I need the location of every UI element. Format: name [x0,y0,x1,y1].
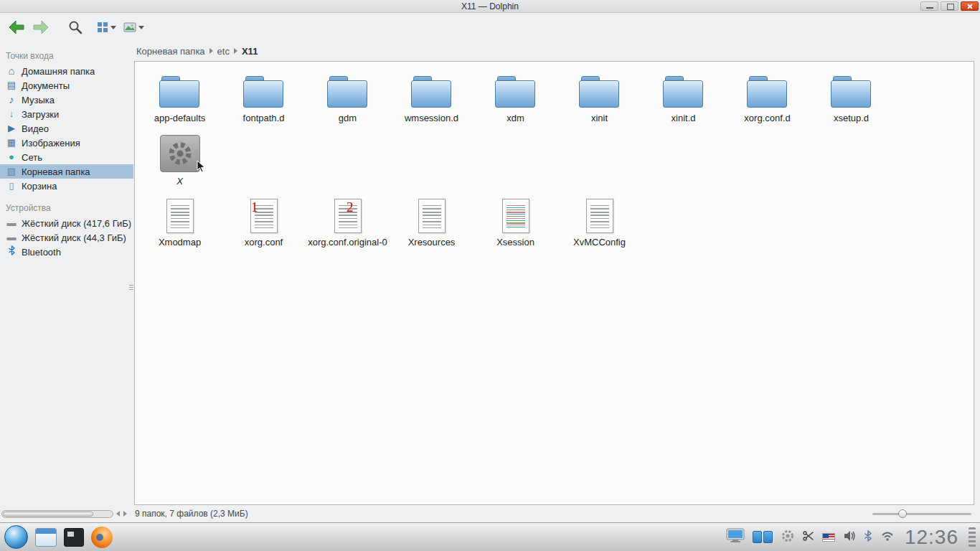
folder-tile[interactable]: xinit.d [641,76,725,123]
clipboard-scissors-icon[interactable] [803,531,814,544]
sidebar-item-label: Музыка [22,95,55,105]
back-icon [8,20,25,34]
folder-icon [747,76,788,109]
window-titlebar[interactable]: X11 — Dolphin [0,0,980,13]
folder-tile[interactable]: wmsession.d [390,76,473,123]
video-icon [6,123,17,134]
file-view[interactable]: app-defaults fontpath.d gdm wmsession.d [134,61,974,505]
downloads-icon [6,108,17,120]
minimize-button[interactable] [920,1,938,11]
sidebar-item-disk1[interactable]: Жёсткий диск (417,6 ГиБ) [0,216,133,230]
statusbar: 9 папок, 7 файлов (2,3 МиБ) [0,505,980,522]
folder-tile[interactable]: gdm [306,76,390,123]
file-tile[interactable]: xorg.conf [222,197,306,248]
maximize-button[interactable] [941,1,958,11]
sidebar-item-documents[interactable]: Документы [0,78,133,93]
sidebar-item-video[interactable]: Видео [0,121,133,136]
scrollbar-handle[interactable] [3,512,93,517]
folder-tile[interactable]: xinit [557,76,641,123]
clock[interactable]: 12:36 [905,526,958,549]
bluetooth-tray-icon[interactable] [864,530,872,545]
sidebar-item-images[interactable]: Изображения [0,136,133,150]
folder-tile[interactable]: app-defaults [138,76,222,123]
file-tile[interactable]: Xmodmap [138,197,222,248]
sidebar-item-label: Домашняя папка [22,66,95,77]
close-button[interactable] [961,1,979,11]
search-button[interactable] [65,17,86,38]
sidebar-item-root[interactable]: Корневая папка [0,164,133,179]
sidebar-item-label: Корневая папка [22,166,90,177]
sidebar-item-label: Жёсткий диск (417,6 ГиБ) [22,218,131,229]
sidebar-item-disk2[interactable]: Жёсткий диск (44,3 ГиБ) [0,230,133,245]
toolbar [0,14,980,41]
zoom-slider-track[interactable] [872,513,971,515]
preview-button[interactable] [121,17,146,38]
sidebar-item-label: Жёсткий диск (44,3 ГиБ) [22,232,126,243]
system-tray [726,528,895,547]
volume-icon[interactable] [843,530,856,545]
keyboard-layout-flag-icon[interactable] [822,533,835,542]
sidebar-item-network[interactable]: Сеть [0,150,133,164]
folder-label: xsetup.d [834,113,869,123]
terminal-launcher[interactable] [64,528,84,547]
sidebar-item-label: Видео [22,123,49,134]
folder-tile[interactable]: xsetup.d [809,76,893,123]
zoom-slider[interactable] [872,511,971,517]
places-panel: Точки входа Домашняя папка Документы Муз… [0,41,133,505]
scroll-right-icon[interactable] [123,511,127,517]
breadcrumb-separator-icon [209,48,213,54]
zoom-slider-knob[interactable] [898,509,907,518]
executable-tile[interactable]: X [138,135,222,187]
folder-label: xdm [507,113,524,123]
panel-toolbox-icon[interactable] [969,527,976,547]
folder-icon [831,76,872,109]
sidebar-item-home[interactable]: Домашняя папка [0,64,133,78]
documents-icon [6,80,17,91]
folder-tile[interactable]: xorg.conf.d [725,76,809,123]
file-manager-launcher[interactable] [35,528,57,547]
folder-icon [411,76,453,109]
file-row: Xmodmap xorg.conf xorg.conf.original-0 X… [138,197,971,259]
harddisk-icon [6,217,17,229]
sidebar-item-music[interactable]: Музыка [0,93,133,107]
view-mode-button[interactable] [95,17,118,38]
breadcrumb-item-current[interactable]: X11 [242,46,258,57]
folder-tile[interactable]: fontpath.d [222,76,306,123]
folder-label: xinit.d [672,113,696,123]
file-tile[interactable]: XvMCConfig [557,197,641,248]
back-button[interactable] [6,17,27,38]
file-tile[interactable]: Xresources [390,197,473,248]
network-wifi-icon[interactable] [880,530,895,545]
folder-icon [495,76,537,109]
search-icon [68,20,83,34]
bluetooth-icon [6,245,17,258]
folder-icon [579,76,621,109]
harddisk-icon [6,232,17,243]
forward-button[interactable] [30,17,52,38]
folder-label: wmsession.d [405,113,458,123]
desktop-pager[interactable] [753,531,773,543]
breadcrumb-separator-icon [234,48,237,54]
sidebar-horizontal-scrollbar[interactable] [1,510,113,518]
sidebar-splitter[interactable] [129,278,133,296]
file-tile[interactable]: Xsession [473,197,557,248]
firefox-launcher[interactable] [91,527,113,548]
scroll-left-icon[interactable] [116,511,120,517]
sidebar-item-trash[interactable]: Корзина [0,179,133,193]
sidebar-item-bluetooth[interactable]: Bluetooth [0,245,133,259]
settings-gear-icon[interactable] [781,529,795,546]
display-settings-icon[interactable] [726,528,745,547]
folder-icon [663,76,705,109]
breadcrumb-item-root[interactable]: Корневая папка [136,46,205,57]
app-launcher-button[interactable] [4,525,28,549]
images-icon [6,137,17,149]
sidebar-item-downloads[interactable]: Загрузки [0,107,133,121]
trash-icon [6,180,17,192]
folder-tile[interactable]: xdm [473,76,557,123]
file-label: Xsession [496,237,534,248]
preview-icon [123,22,136,33]
folder-label: app-defaults [154,113,206,123]
sidebar-item-label: Изображения [22,138,80,149]
breadcrumb-item-etc[interactable]: etc [217,46,230,57]
mouse-cursor [196,160,205,176]
